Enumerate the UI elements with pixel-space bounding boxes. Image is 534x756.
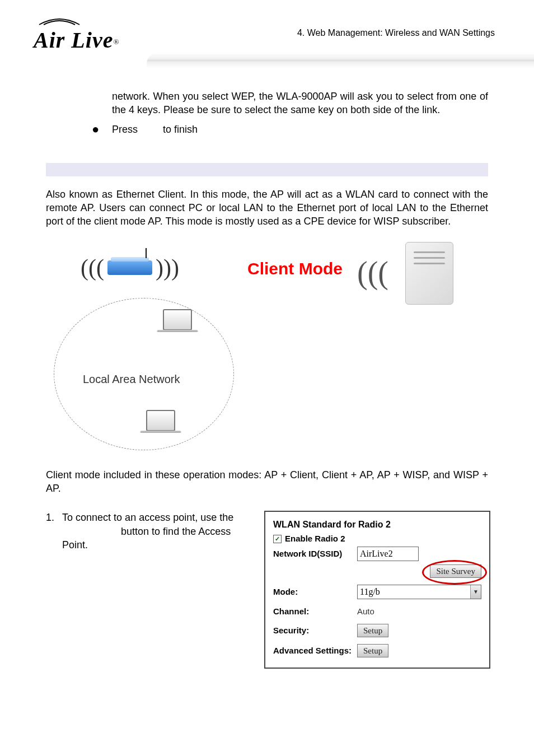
wave-left-icon: (((: [81, 252, 104, 284]
security-setup-button[interactable]: Setup: [357, 624, 388, 637]
wep-paragraph: network. When you select WEP, the WLA-90…: [112, 90, 488, 117]
page-header: Air Live® 4. Web Management: Wireless an…: [0, 0, 534, 67]
mode-select[interactable]: 11g/b ▼: [357, 585, 481, 599]
step1-line2: button to find the Access Point.: [62, 526, 231, 550]
enable-radio-label: Enable Radio 2: [285, 533, 345, 544]
client-modes-paragraph: Client mode included in these operation …: [46, 468, 488, 496]
advanced-setup-button[interactable]: Setup: [357, 644, 388, 657]
logo-text: Air Live: [34, 27, 113, 53]
channel-label: Channel:: [273, 606, 357, 617]
ssid-label: Network ID(SSID): [273, 548, 357, 559]
press-prefix: Press: [112, 124, 140, 135]
step-1: 1. To connect to an access point, use th…: [46, 511, 253, 552]
step-number: 1.: [46, 511, 62, 552]
wave-ap-icon: (((: [357, 252, 388, 295]
site-survey-button[interactable]: Site Survey: [430, 564, 481, 578]
bullet-icon: ●: [92, 123, 112, 136]
client-mode-diagram: ((( ))) Client Mode ((( Local Area Netwo…: [46, 242, 488, 455]
airlive-logo: Air Live®: [34, 17, 119, 53]
router-icon: [107, 260, 152, 275]
ssid-input[interactable]: AirLive2: [357, 547, 419, 561]
router-with-waves: ((( ))): [81, 252, 179, 284]
access-point-group: (((: [357, 242, 453, 305]
security-label: Security:: [273, 625, 357, 636]
wlan-settings-panel: WLAN Standard for Radio 2 ✓ Enable Radio…: [264, 511, 490, 669]
client-mode-label: Client Mode: [247, 258, 343, 281]
enable-radio-checkbox[interactable]: ✓: [273, 535, 282, 543]
mode-label: Mode:: [273, 586, 357, 598]
lan-label: Local Area Network: [83, 372, 180, 387]
section-band: [46, 163, 488, 176]
client-intro: Also known as Ethernet Client. In this m…: [46, 188, 488, 228]
header-divider: [147, 53, 534, 68]
advanced-label: Advanced Settings:: [273, 645, 357, 656]
laptop-icon: [141, 410, 180, 434]
press-suffix: to finish: [163, 124, 198, 135]
access-point-icon: [405, 242, 453, 305]
channel-value: Auto: [357, 606, 374, 616]
chapter-title: 4. Web Management: Wireless and WAN Sett…: [297, 28, 495, 38]
panel-title: WLAN Standard for Radio 2: [273, 519, 481, 531]
bullet-press-finish: ● Press to finish: [92, 123, 488, 136]
laptop-icon: [158, 309, 197, 333]
wave-right-icon: ))): [156, 252, 179, 284]
main-content: network. When you select WEP, the WLA-90…: [46, 90, 488, 669]
step1-line1: To connect to an access point, use the: [62, 512, 233, 523]
chevron-down-icon: ▼: [470, 585, 481, 599]
